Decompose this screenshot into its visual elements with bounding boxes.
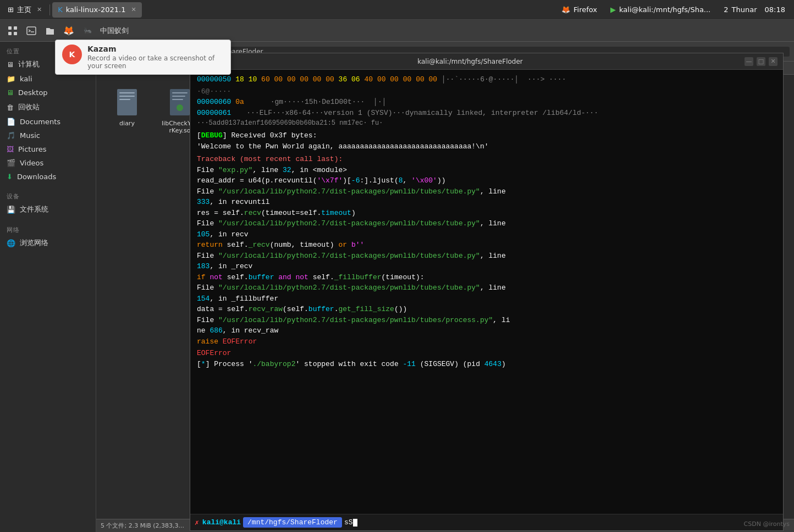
devices-section: 设备 💾 文件系统 — [0, 187, 96, 220]
tb-line-5: File "/usr/local/lib/python2.7/dist-pack… — [197, 282, 776, 293]
taskbar-kali-tab[interactable]: K kali-linux-2021.1 ✕ — [52, 2, 142, 18]
file-manager-sidebar: 位置 🖥 计算机 📁 kali 🖥 Desktop 🗑 回收站 📄 Docume… — [0, 42, 96, 532]
computer-label: 计算机 — [18, 59, 40, 69]
terminal-prompt-bar[interactable]: ✗ kali@kali /mnt/hgfs/ShareFloder sS — [190, 514, 783, 530]
filesystem-label: 文件系统 — [20, 204, 48, 214]
tb-code-1: read_addr = u64(p.recvuntil('\x7f')[-6:]… — [197, 175, 776, 186]
tb-lineno-6: ne 686, in recv_raw — [197, 325, 776, 336]
terminal-tab-label: kali@kali:/mnt/hgfs/Sha... — [619, 5, 710, 14]
hex-line-60: ·6@····· — [197, 86, 776, 97]
tb-lineno-2: 333, in recvuntil — [197, 197, 776, 208]
videos-label: Videos — [20, 159, 43, 167]
taskbar-sep-1 — [49, 4, 50, 15]
tb-code-5: data = self.recv_raw(self.buffer.get_fil… — [197, 304, 776, 315]
trash-icon: 🗑 — [7, 103, 14, 112]
tb-lineno-3: 105, in recv — [197, 229, 776, 240]
prompt-path: /mnt/hgfs/ShareFloder — [243, 517, 342, 528]
svg-rect-3 — [14, 32, 17, 35]
terminal-icon: ▶ — [610, 5, 616, 14]
process-stopped-line: [*] Process './babyrop2' stopped with ex… — [197, 359, 776, 370]
tb-code-2: res = self.recv(timeout=self.timeout) — [197, 208, 776, 219]
hex-line-50: 00000050 18 10 60 00 00 00 00 00 36 06 4… — [197, 74, 776, 85]
debug-received: [DEBUG] Received 0x3f bytes: — [197, 130, 776, 141]
system-clock: 08:18 — [765, 5, 792, 14]
libcheckyourkey-icon — [167, 87, 193, 118]
tb-lineno-5: 154, in _fillbuffer — [197, 293, 776, 304]
documents-icon: 📄 — [7, 118, 15, 126]
app-icon-files[interactable] — [42, 23, 58, 39]
tb-line-1: File "exp.py", line 32, in <module> — [197, 165, 776, 176]
svg-rect-1 — [14, 26, 17, 30]
kazam-description: Record a video or take a screenshot of y… — [87, 54, 224, 70]
sidebar-item-pictures[interactable]: 🖼 Pictures — [0, 142, 96, 156]
taskbar-thunar-tab[interactable]: 2 Thunar — [718, 2, 762, 18]
kali-tab-close[interactable]: ✕ — [131, 6, 136, 13]
terminal-minimize[interactable]: — — [745, 57, 753, 66]
svg-rect-8 — [119, 96, 135, 97]
firefox-icon: 🦊 — [561, 5, 570, 14]
documents-label: Documents — [20, 118, 60, 126]
music-label: Music — [20, 131, 40, 140]
hex-offset-61: 00000061 ···ELF···x86-64···version 1 (SY… — [197, 108, 776, 119]
taskbar-terminal-tab[interactable]: ▶ kali@kali:/mnt/hgfs/Sha... — [605, 2, 716, 18]
sidebar-item-videos[interactable]: 🎬 Videos — [0, 156, 96, 170]
pictures-label: Pictures — [18, 145, 46, 153]
terminal-controls: — □ ✕ — [745, 57, 778, 66]
app-icon-antsword[interactable]: 🐜 — [79, 23, 96, 39]
sidebar-item-downloads[interactable]: ⬇ Downloads — [0, 170, 96, 184]
prompt-error-symbol: ✗ — [195, 518, 199, 527]
statusbar-text: 5 个文件; 2.3 MiB (2,383,3... — [101, 522, 184, 530]
taskbar-home-tab[interactable]: ⊞ 主页 ✕ — [2, 2, 47, 18]
kali-tab-label: kali-linux-2021.1 — [66, 5, 126, 14]
svg-rect-9 — [119, 99, 130, 100]
terminal-content[interactable]: 00000050 18 10 60 00 00 00 00 00 36 06 4… — [190, 70, 783, 514]
app-icon-browser[interactable]: 🦊 — [60, 23, 77, 39]
downloads-icon: ⬇ — [7, 173, 13, 181]
sidebar-item-documents[interactable]: 📄 Documents — [0, 115, 96, 129]
diary-name: diary — [119, 120, 135, 127]
devices-title: 设备 — [0, 190, 96, 202]
taskbar-firefox-tab[interactable]: 🦊 Firefox — [556, 2, 603, 18]
sidebar-item-trash[interactable]: 🗑 回收站 — [0, 99, 96, 115]
sidebar-item-music[interactable]: 🎵 Music — [0, 129, 96, 142]
terminal-titlebar: kali@kali:/mnt/hgfs/ShareFloder — □ ✕ — [190, 53, 783, 70]
svg-rect-11 — [172, 92, 188, 93]
network-section: 网络 🌐 浏览网络 — [0, 220, 96, 254]
tb-line-2: File "/usr/local/lib/python2.7/dist-pack… — [197, 186, 776, 197]
tb-line-4: File "/usr/local/lib/python2.7/dist-pack… — [197, 251, 776, 262]
taskbar: ⊞ 主页 ✕ K kali-linux-2021.1 ✕ 🦊 Firefox ▶… — [0, 0, 794, 20]
sidebar-item-desktop[interactable]: 🖥 Desktop — [0, 86, 96, 99]
prompt-user-host: kali@kali — [202, 518, 241, 527]
terminal-cursor — [353, 519, 357, 527]
svg-point-14 — [177, 104, 183, 111]
tb-code-6: raise EOFError — [197, 336, 776, 347]
thunar-icon: 2 — [724, 5, 728, 14]
sidebar-item-browse-network[interactable]: 🌐 浏览网络 — [0, 235, 96, 251]
app-icon-apps[interactable] — [4, 23, 21, 39]
itsU-line: ···5add0137a1enf16695069b0b60ba21:5 nm17… — [197, 118, 776, 128]
file-item-diary[interactable]: diary — [105, 84, 149, 137]
terminal-maximize[interactable]: □ — [757, 57, 765, 66]
kali-tab-icon: K — [58, 5, 63, 14]
kazam-tooltip: K Kazam Record a video or take a screens… — [55, 40, 231, 75]
tb-lineno-4: 183, in _recv — [197, 261, 776, 272]
app-icon-terminal[interactable] — [23, 23, 40, 39]
prompt-input-text[interactable]: sS — [344, 518, 353, 527]
antsword-text[interactable]: 中国蚁剑 — [100, 26, 129, 36]
thunar-tab-label: Thunar — [732, 5, 757, 14]
home-icon: ⊞ — [8, 5, 14, 14]
csdn-watermark: CSDN @irontys — [744, 520, 790, 528]
trash-label: 回收站 — [18, 102, 40, 112]
music-icon: 🎵 — [7, 131, 15, 140]
pictures-icon: 🖼 — [7, 145, 14, 153]
kazam-title: Kazam — [87, 45, 224, 53]
computer-icon: 🖥 — [7, 60, 14, 69]
hex-offset-60: 00000060 0a ·gm·····15h·De1D00t··· │·│ — [197, 97, 776, 108]
kazam-logo: K — [62, 45, 82, 64]
tb-line-3: File "/usr/local/lib/python2.7/dist-pack… — [197, 218, 776, 229]
sidebar-item-filesystem[interactable]: 💾 文件系统 — [0, 202, 96, 217]
terminal-close[interactable]: ✕ — [769, 57, 778, 66]
firefox-tab-label: Firefox — [574, 5, 597, 14]
home-tab-close: ✕ — [37, 6, 42, 13]
videos-icon: 🎬 — [7, 159, 15, 167]
